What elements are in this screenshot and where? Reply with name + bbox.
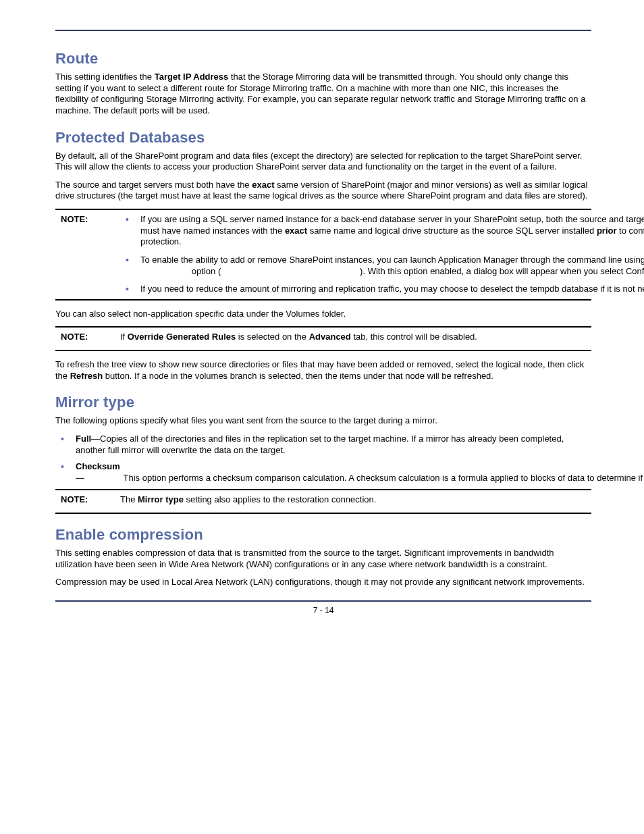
text: — This option performs a checksum compar… — [76, 473, 644, 483]
note-label: NOTE: — [55, 214, 120, 224]
note-row: NOTE: If you are using a SQL server name… — [55, 214, 591, 295]
text: If — [120, 332, 128, 342]
route-body: This setting identifies the Target IP Ad… — [55, 72, 591, 117]
list-item: To enable the ability to add or remove S… — [120, 255, 644, 277]
section-enable-compression: Enable compression This setting enables … — [55, 526, 591, 588]
list-item: Checksum— This option performs a checksu… — [55, 461, 591, 484]
top-rule — [55, 30, 591, 31]
text: The — [120, 494, 138, 504]
paragraph: By default, all of the SharePoint progra… — [55, 151, 591, 173]
text: tab, this control will be disabled. — [351, 332, 477, 342]
text: button. If a node in the volumes branch … — [103, 371, 493, 381]
list-item: Full—Copies all of the directories and f… — [55, 434, 591, 456]
text: is selected on the — [236, 332, 308, 342]
body-list: Full—Copies all of the directories and f… — [55, 434, 591, 484]
paragraph: The Mirror type setting also applies to … — [120, 494, 587, 506]
note-content: The Mirror type setting also applies to … — [120, 494, 591, 509]
note-box: NOTE: If you are using a SQL server name… — [55, 209, 591, 301]
note-label: NOTE: — [55, 494, 120, 504]
bold-text: Target IP Address — [155, 72, 229, 82]
paragraph: If Override Generated Rules is selected … — [120, 332, 587, 343]
heading-route: Route — [55, 50, 591, 68]
text: To enable the ability to add or remove S… — [140, 255, 644, 265]
list-item: If you need to reduce the amount of mirr… — [120, 284, 644, 295]
text: setting also applies to the restoration … — [184, 494, 376, 504]
paragraph: The source and target servers must both … — [55, 180, 591, 202]
note-content: If Override Generated Rules is selected … — [120, 332, 591, 346]
section-mirror-type: Mirror type The following options specif… — [55, 394, 591, 514]
heading-mirror-type: Mirror type — [55, 394, 591, 411]
bold-text: exact — [285, 226, 307, 236]
bold-text: Mirror type — [138, 494, 184, 504]
paragraph: To refresh the tree view to show new sou… — [55, 359, 591, 382]
note-list: If you are using a SQL server named inst… — [120, 214, 644, 295]
paragraph: Compression may be used in Local Area Ne… — [55, 577, 591, 588]
note-content: If you are using a SQL server named inst… — [120, 214, 644, 295]
note-row: NOTE: The Mirror type setting also appli… — [55, 494, 591, 509]
bold-text: Full — [76, 434, 91, 444]
bold-text: prior — [597, 226, 617, 236]
text: ). With this option enabled, a dialog bo… — [221, 266, 644, 276]
list-item: If you are using a SQL server named inst… — [120, 214, 644, 248]
bold-text: Checksum — [76, 461, 120, 471]
paragraph: This setting enables compression of data… — [55, 548, 591, 570]
heading-enable-compression: Enable compression — [55, 526, 591, 544]
text: This setting identifies the — [55, 72, 155, 82]
bold-text: exact — [252, 180, 274, 190]
note-row: NOTE: If Override Generated Rules is sel… — [55, 332, 591, 346]
heading-protected-databases: Protected Databases — [55, 129, 591, 147]
note-box: NOTE: The Mirror type setting also appli… — [55, 489, 591, 514]
paragraph: You can also select non-application spec… — [55, 309, 591, 320]
note-box: NOTE: If Override Generated Rules is sel… — [55, 326, 591, 351]
document-page: Route This setting identifies the Target… — [0, 0, 644, 834]
text: The source and target servers must both … — [55, 180, 252, 190]
text: same name and logical drive structure as… — [307, 226, 597, 236]
text: —Copies all of the directories and files… — [76, 434, 564, 455]
bold-text: Advanced — [309, 332, 351, 342]
bold-text: Override Generated Rules — [128, 332, 236, 342]
section-route: Route This setting identifies the Target… — [55, 50, 591, 117]
text: option ( — [140, 266, 221, 276]
footer-rule — [55, 600, 591, 602]
section-protected-databases: Protected Databases By default, all of t… — [55, 129, 591, 382]
bold-text: Refresh — [70, 371, 103, 381]
page-number: 7 - 14 — [55, 606, 591, 615]
paragraph: The following options specify what files… — [55, 415, 591, 427]
note-label: NOTE: — [55, 332, 120, 342]
